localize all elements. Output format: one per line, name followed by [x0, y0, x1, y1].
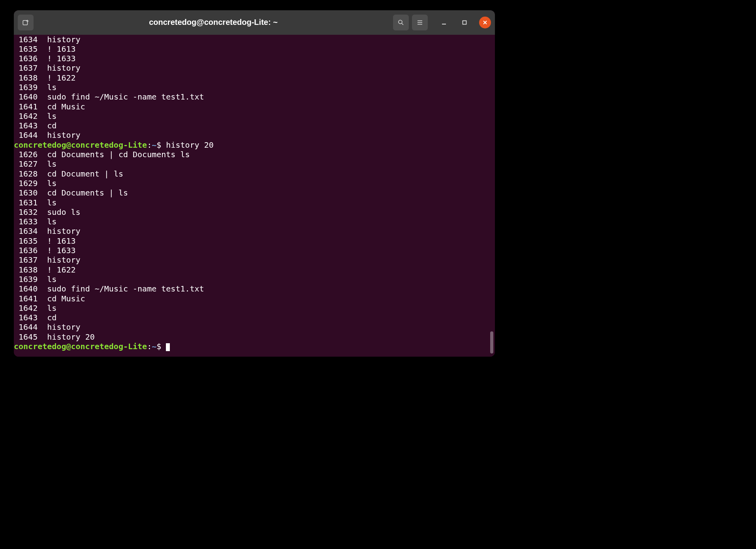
history-line: 1644 history	[14, 130, 495, 140]
history-line: 1630 cd Documents | ls	[14, 188, 495, 197]
prompt-colon: :	[147, 140, 152, 150]
history-number: 1634	[14, 35, 38, 44]
history-line: 1639 ls	[14, 274, 495, 284]
history-command: ls	[38, 111, 56, 121]
new-tab-button[interactable]	[18, 15, 34, 30]
history-number: 1636	[14, 54, 38, 63]
maximize-icon	[462, 20, 467, 25]
history-command: ls	[38, 159, 56, 169]
history-command: ls	[38, 198, 56, 207]
history-line: 1634 history	[14, 35, 495, 44]
prompt-line[interactable]: concretedog@concretedog-Lite:~$ history …	[14, 140, 495, 150]
history-number: 1645	[14, 332, 38, 342]
history-number: 1641	[14, 294, 38, 303]
history-command: ! 1633	[38, 54, 75, 63]
history-line: 1636 ! 1633	[14, 246, 495, 255]
history-command: cd Music	[38, 102, 85, 111]
history-line: 1635 ! 1613	[14, 236, 495, 246]
history-command: ls	[38, 179, 56, 188]
search-button[interactable]	[393, 15, 409, 30]
history-command: history	[38, 63, 80, 73]
history-command: history 20	[38, 332, 95, 342]
scrollbar-thumb[interactable]	[490, 331, 493, 353]
history-command: cd Music	[38, 294, 85, 303]
history-number: 1644	[14, 130, 38, 140]
history-number: 1629	[14, 179, 38, 188]
minimize-button[interactable]	[438, 17, 450, 28]
prompt-command: history 20	[166, 140, 213, 150]
history-line: 1638 ! 1622	[14, 265, 495, 274]
close-icon	[483, 20, 487, 25]
minimize-icon	[442, 20, 446, 25]
history-command: cd Documents | ls	[38, 188, 128, 197]
history-number: 1635	[14, 44, 38, 54]
history-number: 1638	[14, 73, 38, 83]
history-number: 1639	[14, 83, 38, 92]
history-command: history	[38, 130, 80, 140]
history-command: ! 1622	[38, 265, 75, 274]
history-command: sudo ls	[38, 207, 80, 217]
history-line: 1642 ls	[14, 111, 495, 121]
prompt-path: ~	[152, 140, 156, 150]
history-command: cd Documents | cd Documents ls	[38, 150, 190, 159]
history-line: 1633 ls	[14, 217, 495, 226]
prompt-colon: :	[147, 342, 152, 351]
history-command: ls	[38, 274, 56, 284]
history-line: 1637 history	[14, 63, 495, 73]
history-command: sudo find ~/Music -name test1.txt	[38, 284, 204, 293]
svg-rect-9	[463, 21, 466, 24]
history-number: 1626	[14, 150, 38, 159]
history-line: 1645 history 20	[14, 332, 495, 342]
history-number: 1635	[14, 236, 38, 246]
history-number: 1627	[14, 159, 38, 169]
menu-button[interactable]	[412, 15, 428, 30]
history-command: ls	[38, 217, 56, 226]
history-line: 1639 ls	[14, 83, 495, 92]
cursor	[166, 343, 170, 351]
history-number: 1632	[14, 207, 38, 217]
prompt-sigil: $	[156, 140, 166, 150]
history-number: 1628	[14, 169, 38, 179]
history-line: 1638 ! 1622	[14, 73, 495, 83]
history-line: 1629 ls	[14, 179, 495, 188]
history-command: sudo find ~/Music -name test1.txt	[38, 92, 204, 102]
history-command: ! 1633	[38, 246, 75, 255]
history-line: 1644 history	[14, 322, 495, 332]
history-number: 1631	[14, 198, 38, 207]
terminal-body[interactable]: 1634 history 1635 ! 1613 1636 ! 1633 163…	[14, 35, 495, 357]
history-line: 1642 ls	[14, 303, 495, 313]
maximize-button[interactable]	[459, 17, 470, 28]
prompt-userhost: concretedog@concretedog-Lite	[14, 342, 147, 351]
prompt-line[interactable]: concretedog@concretedog-Lite:~$	[14, 342, 495, 351]
history-line: 1635 ! 1613	[14, 44, 495, 54]
history-line: 1637 history	[14, 255, 495, 265]
prompt-userhost: concretedog@concretedog-Lite	[14, 140, 147, 150]
history-number: 1636	[14, 246, 38, 255]
prompt-path: ~	[152, 342, 156, 351]
history-number: 1639	[14, 274, 38, 284]
history-line: 1627 ls	[14, 159, 495, 169]
history-number: 1630	[14, 188, 38, 197]
history-line: 1626 cd Documents | cd Documents ls	[14, 150, 495, 159]
history-number: 1640	[14, 284, 38, 293]
titlebar: concretedog@concretedog-Lite: ~	[14, 10, 495, 35]
history-number: 1637	[14, 63, 38, 73]
new-tab-icon	[22, 19, 29, 26]
prompt-sigil: $	[156, 342, 166, 351]
terminal-window: concretedog@concretedog-Lite: ~	[14, 10, 495, 357]
history-number: 1633	[14, 217, 38, 226]
history-command: cd	[38, 313, 56, 322]
history-command: ls	[38, 83, 56, 92]
history-line: 1628 cd Document | ls	[14, 169, 495, 179]
history-command: ! 1622	[38, 73, 75, 83]
history-command: cd Document | ls	[38, 169, 123, 179]
history-number: 1638	[14, 265, 38, 274]
history-line: 1641 cd Music	[14, 102, 495, 111]
history-line: 1643 cd	[14, 121, 495, 130]
history-line: 1640 sudo find ~/Music -name test1.txt	[14, 92, 495, 102]
history-line: 1643 cd	[14, 313, 495, 322]
history-line: 1632 sudo ls	[14, 207, 495, 217]
history-command: cd	[38, 121, 56, 130]
window-title: concretedog@concretedog-Lite: ~	[37, 18, 390, 27]
close-button[interactable]	[479, 17, 491, 28]
